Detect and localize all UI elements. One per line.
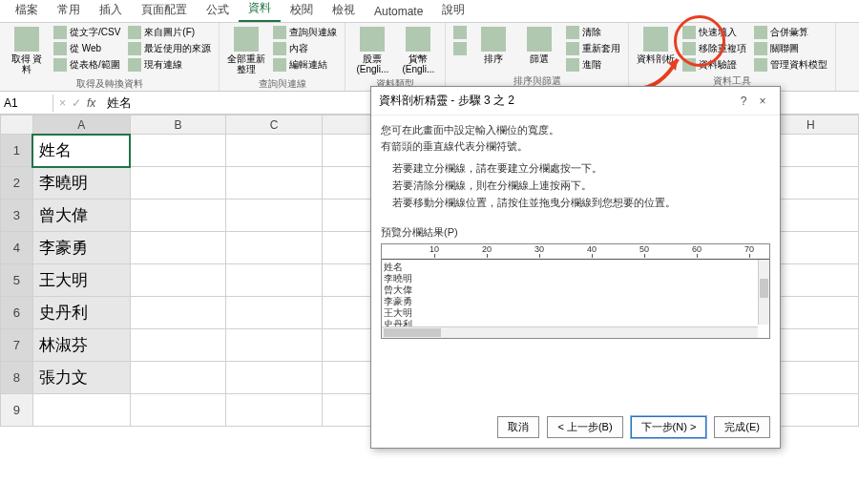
reapply-filter[interactable]: 重新套用 bbox=[564, 41, 622, 56]
funnel-icon bbox=[527, 27, 552, 52]
ribbon-tabs: 檔案 常用 插入 頁面配置 公式 資料 校閱 檢視 Automate 說明 bbox=[0, 0, 859, 23]
sort-az-icon bbox=[453, 26, 467, 39]
row-header[interactable]: 7 bbox=[1, 329, 33, 362]
advanced-filter[interactable]: 進階 bbox=[564, 57, 622, 73]
from-picture[interactable]: 來自圖片(F) bbox=[126, 25, 213, 40]
relationships[interactable]: 關聯圖 bbox=[752, 41, 829, 56]
reapply-icon bbox=[566, 42, 579, 55]
col-header-C[interactable]: C bbox=[226, 116, 323, 135]
tab-review[interactable]: 校閱 bbox=[281, 0, 323, 22]
row-header[interactable]: 4 bbox=[1, 232, 33, 264]
database-icon bbox=[14, 27, 39, 52]
preview-box[interactable]: 10 20 30 40 50 60 70 姓名 李曉明 曾大偉 李豪勇 王大明 … bbox=[381, 243, 770, 339]
text-to-columns-button[interactable]: 資料剖析 bbox=[635, 25, 677, 66]
tab-insert[interactable]: 插入 bbox=[90, 0, 132, 22]
cell-A2[interactable]: 李曉明 bbox=[32, 167, 130, 200]
properties[interactable]: 內容 bbox=[271, 41, 339, 56]
recent-icon bbox=[128, 42, 141, 55]
group-queries: 全部重新整理 查詢與連線 內容 編輯連結 查詢與連線 bbox=[220, 23, 346, 91]
filter-button[interactable]: 篩選 bbox=[518, 25, 560, 66]
row-header[interactable]: 9 bbox=[1, 394, 33, 427]
cell-A3[interactable]: 曾大偉 bbox=[32, 200, 130, 232]
text-to-columns-icon bbox=[643, 27, 668, 52]
row-header[interactable]: 1 bbox=[1, 135, 33, 167]
web-icon bbox=[53, 42, 67, 55]
flash-fill[interactable]: 快速填入 bbox=[681, 25, 748, 40]
wizard-cancel-button[interactable]: 取消 bbox=[497, 416, 539, 438]
consolidate[interactable]: 合併彙算 bbox=[752, 25, 829, 40]
sort-asc[interactable] bbox=[451, 25, 469, 40]
wizard-hint2: 若要清除分欄線，則在分欄線上連按兩下。 bbox=[392, 178, 770, 193]
from-text-csv[interactable]: 從文字/CSV bbox=[52, 25, 122, 40]
row-header[interactable]: 8 bbox=[1, 362, 33, 394]
cell-A7[interactable]: 林淑芬 bbox=[32, 329, 130, 362]
tab-formulas[interactable]: 公式 bbox=[197, 0, 239, 22]
tab-help[interactable]: 說明 bbox=[432, 0, 474, 22]
preview-ruler[interactable]: 10 20 30 40 50 60 70 bbox=[382, 244, 769, 260]
get-data-button[interactable]: 取得 資料 bbox=[6, 25, 48, 76]
preview-scrollbar-horizontal[interactable] bbox=[382, 326, 758, 338]
from-table[interactable]: 從表格/範圍 bbox=[52, 57, 122, 73]
ruler-tick: 50 bbox=[639, 244, 649, 254]
sort-icon bbox=[481, 27, 506, 52]
remove-dup[interactable]: 移除重複項 bbox=[681, 41, 748, 56]
cell-A8[interactable]: 張力文 bbox=[32, 362, 130, 394]
ruler-tick: 30 bbox=[534, 244, 544, 254]
refresh-all-button[interactable]: 全部重新整理 bbox=[225, 25, 267, 76]
tab-automate[interactable]: Automate bbox=[365, 1, 432, 22]
wizard-intro2: 有箭頭的垂直線代表分欄符號。 bbox=[381, 139, 770, 154]
group-datatypes: 股票 (Engli... 貨幣 (Engli... 資料類型 bbox=[346, 23, 446, 91]
ribbon: 取得 資料 從文字/CSV 從 Web 從表格/範圍 來自圖片(F) 最近使用的… bbox=[0, 23, 859, 92]
row-header[interactable]: 5 bbox=[1, 264, 33, 297]
name-box[interactable]: A1 bbox=[0, 94, 53, 112]
group-sort-filter: 排序 篩選 清除 重新套用 進階 排序與篩選 bbox=[446, 23, 629, 91]
cell-A6[interactable]: 史丹利 bbox=[32, 297, 130, 329]
data-model-icon bbox=[754, 58, 767, 72]
recent-sources[interactable]: 最近使用的來源 bbox=[126, 41, 213, 56]
existing-conn[interactable]: 現有連線 bbox=[126, 57, 213, 73]
wizard-intro1: 您可在此畫面中設定輸入欄位的寬度。 bbox=[381, 123, 770, 137]
wizard-back-button[interactable]: < 上一步(B) bbox=[547, 416, 622, 438]
row-header[interactable]: 3 bbox=[1, 200, 33, 232]
sort-desc[interactable] bbox=[451, 41, 469, 56]
cell-A4[interactable]: 李豪勇 bbox=[32, 232, 130, 264]
select-all[interactable] bbox=[1, 116, 33, 135]
col-header-A[interactable]: A bbox=[32, 116, 130, 135]
validation-icon bbox=[682, 58, 696, 72]
fx-icon[interactable]: fx bbox=[87, 96, 95, 110]
ruler-tick: 10 bbox=[430, 244, 439, 254]
data-model[interactable]: 管理資料模型 bbox=[752, 57, 829, 73]
enter-formula-icon[interactable]: ✓ bbox=[72, 96, 81, 110]
tab-layout[interactable]: 頁面配置 bbox=[132, 0, 197, 22]
group-get-transform: 取得 資料 從文字/CSV 從 Web 從表格/範圍 來自圖片(F) 最近使用的… bbox=[0, 23, 220, 91]
cell-A9[interactable] bbox=[32, 394, 130, 427]
tab-home[interactable]: 常用 bbox=[48, 0, 90, 22]
sort-button[interactable]: 排序 bbox=[472, 25, 514, 66]
table-icon bbox=[53, 58, 67, 72]
currency-icon bbox=[406, 27, 430, 52]
wizard-hint3: 若要移動分欄線位置，請按住並拖曳分欄線到您想要的位置。 bbox=[392, 196, 770, 210]
cancel-formula-icon[interactable]: × bbox=[59, 96, 66, 110]
from-web[interactable]: 從 Web bbox=[52, 41, 122, 56]
wizard-finish-button[interactable]: 完成(E) bbox=[714, 416, 770, 438]
preview-scrollbar-vertical[interactable] bbox=[758, 260, 769, 325]
flash-icon bbox=[682, 26, 696, 39]
currency-button[interactable]: 貨幣 (Engli... bbox=[397, 25, 439, 76]
cell-A1[interactable]: 姓名 bbox=[32, 135, 130, 167]
col-header-B[interactable]: B bbox=[130, 116, 226, 135]
cell-A5[interactable]: 王大明 bbox=[32, 264, 130, 297]
tab-file[interactable]: 檔案 bbox=[6, 0, 48, 22]
tab-data[interactable]: 資料 bbox=[239, 0, 281, 22]
queries-connections[interactable]: 查詢與連線 bbox=[271, 25, 339, 40]
row-header[interactable]: 2 bbox=[1, 167, 33, 200]
clear-filter[interactable]: 清除 bbox=[564, 25, 622, 40]
row-header[interactable]: 6 bbox=[1, 297, 33, 329]
wizard-close-button[interactable]: × bbox=[753, 94, 772, 108]
edit-links[interactable]: 編輯連結 bbox=[271, 57, 339, 73]
stocks-button[interactable]: 股票 (Engli... bbox=[351, 25, 393, 76]
wizard-next-button[interactable]: 下一步(N) > bbox=[631, 416, 707, 438]
csv-icon bbox=[53, 26, 67, 39]
wizard-help-button[interactable]: ? bbox=[734, 94, 753, 108]
tab-view[interactable]: 檢視 bbox=[323, 0, 365, 22]
data-validation[interactable]: 資料驗證 bbox=[681, 57, 748, 73]
